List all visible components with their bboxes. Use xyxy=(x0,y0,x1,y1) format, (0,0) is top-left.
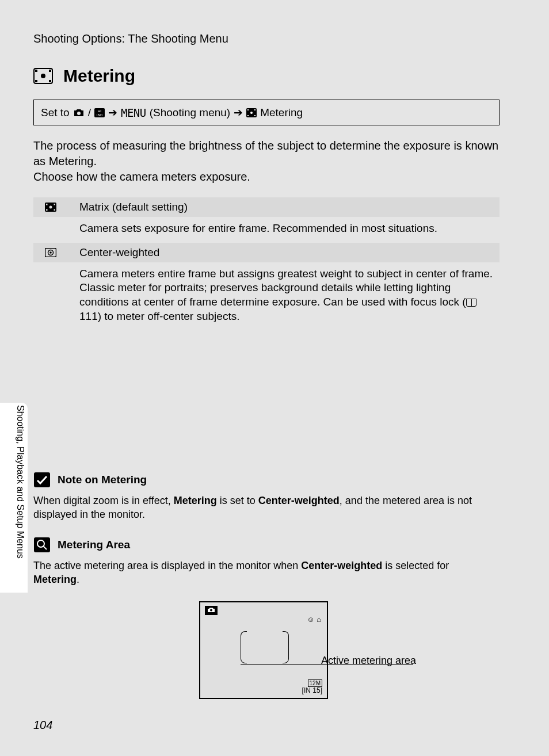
option-body: Camera meters entire frame but assigns g… xyxy=(33,262,500,331)
monitor-status-readout: 12M [IN 15] xyxy=(302,679,322,694)
setto-prefix: Set to xyxy=(41,106,70,119)
svg-point-11 xyxy=(250,112,253,114)
metering-small-icon xyxy=(246,108,257,117)
svg-rect-5 xyxy=(49,80,51,82)
svg-rect-12 xyxy=(247,109,249,110)
setto-tail: Metering xyxy=(260,106,303,119)
svg-rect-20 xyxy=(46,209,48,211)
navigation-path-box: Set to / HIISO ➔ MENU (Shooting menu) ➔ … xyxy=(33,100,500,125)
monitor-top-icons: ☺ ⌂ xyxy=(307,615,321,624)
svg-point-1 xyxy=(41,74,45,78)
manual-ref-icon xyxy=(466,299,476,307)
bold-term: Center-weighted xyxy=(258,495,340,506)
svg-rect-15 xyxy=(254,115,256,116)
camera-mode-badge xyxy=(205,606,218,615)
caution-check-icon xyxy=(33,472,51,488)
metering-area-brackets xyxy=(241,631,289,662)
option-body-pre: Camera meters entire frame but assigns g… xyxy=(79,268,493,308)
svg-rect-19 xyxy=(54,204,56,205)
option-title: Center-weighted xyxy=(79,246,159,259)
bold-term: Metering xyxy=(33,574,77,585)
arrow-icon: ➔ xyxy=(234,106,243,119)
svg-rect-3 xyxy=(49,70,51,72)
camera-mode-icon xyxy=(73,108,85,117)
text: is set to xyxy=(217,495,258,506)
svg-point-24 xyxy=(49,251,52,254)
svg-rect-18 xyxy=(46,204,48,205)
note-heading: Metering Area xyxy=(33,537,494,553)
options-table: Matrix (default setting) Camera sets exp… xyxy=(33,197,500,330)
svg-rect-26 xyxy=(34,537,50,552)
option-body: Camera sets exposure for entire frame. R… xyxy=(33,217,500,243)
text: . xyxy=(77,574,79,585)
svg-rect-4 xyxy=(35,80,37,82)
svg-rect-21 xyxy=(54,209,56,211)
image-size-label: 12M xyxy=(308,679,322,687)
note-body: When digital zoom is in effect, Metering… xyxy=(33,494,494,522)
svg-point-6 xyxy=(77,112,81,115)
option-body-post: ) to meter off-center subjects. xyxy=(98,310,240,322)
notes-section: Note on Metering When digital zoom is in… xyxy=(33,472,494,699)
chapter-tab-label: Shooting, Playback and Setup Menus xyxy=(15,405,25,559)
page-content: Shooting Options: The Shooting Menu Mete… xyxy=(33,32,500,330)
svg-rect-13 xyxy=(254,109,256,110)
page-number: 104 xyxy=(33,719,52,732)
matrix-metering-icon xyxy=(39,203,62,212)
arrow-icon: ➔ xyxy=(108,106,117,119)
note-heading: Note on Metering xyxy=(33,472,494,488)
page-heading: Metering xyxy=(33,66,500,86)
center-weighted-icon xyxy=(39,248,62,257)
info-zoom-icon xyxy=(33,537,51,553)
monitor-illustration: ☺ ⌂ 12M [IN 15] Active metering area xyxy=(91,601,436,699)
note-title: Note on Metering xyxy=(58,474,147,486)
intro-text: The process of measuring the brightness … xyxy=(33,138,500,185)
intro-p1: The process of measuring the brightness … xyxy=(33,138,500,169)
heading-text: Metering xyxy=(63,66,135,86)
hi-iso-mode-icon: HIISO xyxy=(94,108,105,117)
option-body-ref: 111 xyxy=(79,310,98,322)
breadcrumb: Shooting Options: The Shooting Menu xyxy=(33,32,500,45)
text: is selected for xyxy=(382,560,449,571)
shot-count: 15 xyxy=(312,686,320,694)
setto-slash: / xyxy=(88,106,91,119)
bold-term: Metering xyxy=(174,495,217,506)
menu-button-label: MENU xyxy=(121,106,146,119)
intro-p2: Choose how the camera meters exposure. xyxy=(33,169,500,185)
svg-point-17 xyxy=(49,206,52,209)
note-title: Metering Area xyxy=(58,539,130,551)
svg-text:HI: HI xyxy=(98,109,101,113)
note-body: The active metering area is displayed in… xyxy=(33,559,494,587)
setto-menu-paren: (Shooting menu) xyxy=(150,106,230,119)
option-row-header: Matrix (default setting) xyxy=(33,197,500,217)
text: When digital zoom is in effect, xyxy=(33,495,174,506)
svg-rect-2 xyxy=(35,70,37,72)
text: The active metering area is displayed in… xyxy=(33,560,301,571)
option-title: Matrix (default setting) xyxy=(79,201,188,213)
svg-rect-14 xyxy=(247,115,249,116)
callout-label: Active metering area xyxy=(321,655,416,667)
option-row-header: Center-weighted xyxy=(33,243,500,262)
metering-icon xyxy=(33,68,53,84)
bold-term: Center-weighted xyxy=(301,560,382,571)
memory-label: IN xyxy=(304,686,311,694)
camera-monitor: ☺ ⌂ 12M [IN 15] xyxy=(199,601,328,699)
svg-text:ISO: ISO xyxy=(97,113,103,117)
svg-point-28 xyxy=(210,609,212,612)
svg-rect-25 xyxy=(34,472,50,487)
